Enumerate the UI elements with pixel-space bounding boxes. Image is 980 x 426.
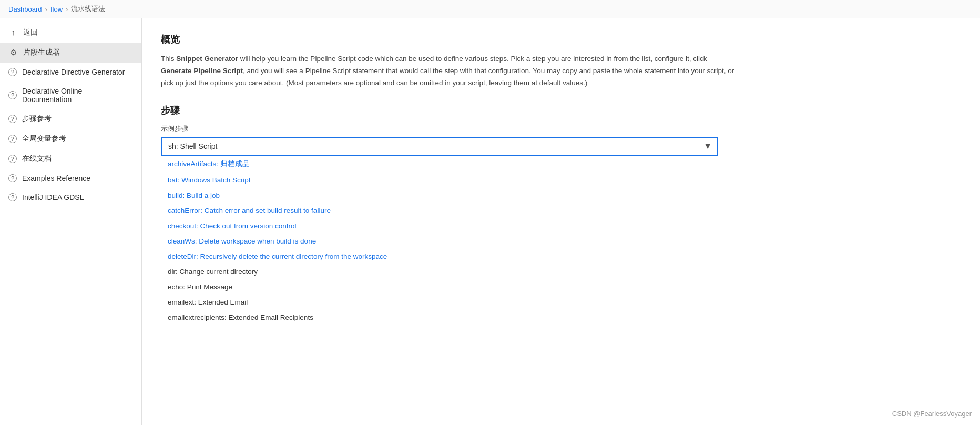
steps-dropdown-list[interactable]: archiveArtifacts: 归档成品bat: Windows Batch… xyxy=(161,156,718,329)
overview-title: 概览 xyxy=(161,33,961,46)
breadcrumb-current: 流水线语法 xyxy=(71,4,105,14)
sidebar-directive-label: Declarative Directive Generator xyxy=(22,68,125,76)
dropdown-item[interactable]: echo: Print Message xyxy=(161,279,718,295)
question-icon-directive: ? xyxy=(8,68,17,76)
sidebar-item-doc[interactable]: ? Declarative Online Documentation xyxy=(0,82,141,109)
sidebar-snippet-label: 片段生成器 xyxy=(23,48,60,57)
dropdown-item[interactable]: dir: Change current directory xyxy=(161,264,718,279)
steps-title: 步骤 xyxy=(161,104,961,117)
dropdown-item[interactable]: archiveArtifacts: 归档成品 xyxy=(161,156,718,173)
sidebar: ↑ 返回 ⚙ 片段生成器 ? Declarative Directive Gen… xyxy=(0,18,142,425)
sidebar-item-examples[interactable]: ? Examples Reference xyxy=(0,169,141,188)
sidebar-item-global-var[interactable]: ? 全局变量参考 xyxy=(0,129,141,149)
breadcrumb-sep-2: › xyxy=(66,5,68,13)
question-icon-steps: ? xyxy=(8,115,17,123)
sidebar-item-steps-ref[interactable]: ? 步骤参考 xyxy=(0,109,141,129)
description-text: This Snippet Generator will help you lea… xyxy=(161,53,739,89)
main-content: 概览 This Snippet Generator will help you … xyxy=(142,18,980,425)
steps-dropdown-container: sh: Shell Script ▼ archiveArtifacts: 归档成… xyxy=(161,137,718,329)
dropdown-item[interactable]: error: Error signal xyxy=(161,325,718,329)
question-icon-online: ? xyxy=(8,155,17,163)
watermark: CSDN @FearlessVoyager xyxy=(892,410,972,418)
dropdown-item[interactable]: cleanWs: Delete workspace when build is … xyxy=(161,234,718,249)
sidebar-doc-label: Declarative Online Documentation xyxy=(22,87,133,104)
sidebar-idea-label: IntelliJ IDEA GDSL xyxy=(22,193,84,201)
dropdown-item[interactable]: deleteDir: Recursively delete the curren… xyxy=(161,249,718,264)
sidebar-item-back[interactable]: ↑ 返回 xyxy=(0,23,141,43)
breadcrumb-sep-1: › xyxy=(45,5,47,13)
question-icon-idea: ? xyxy=(8,193,17,201)
sample-steps-label: 示例步骤 xyxy=(161,124,961,134)
question-icon-examples: ? xyxy=(8,174,17,182)
sidebar-back-label: 返回 xyxy=(23,28,38,37)
sidebar-steps-label: 步骤参考 xyxy=(22,114,52,124)
dropdown-item[interactable]: catchError: Catch error and set build re… xyxy=(161,203,718,218)
sidebar-online-label: 在线文档 xyxy=(22,154,52,164)
breadcrumb: Dashboard › flow › 流水线语法 xyxy=(0,0,980,18)
sidebar-examples-label: Examples Reference xyxy=(22,174,90,182)
breadcrumb-flow[interactable]: flow xyxy=(50,5,63,13)
sidebar-item-directive[interactable]: ? Declarative Directive Generator xyxy=(0,63,141,82)
sidebar-item-snippet[interactable]: ⚙ 片段生成器 xyxy=(0,43,141,63)
sidebar-item-idea[interactable]: ? IntelliJ IDEA GDSL xyxy=(0,188,141,207)
dropdown-item[interactable]: emailextrecipients: Extended Email Recip… xyxy=(161,310,718,325)
question-icon-global: ? xyxy=(8,135,17,143)
arrow-up-icon: ↑ xyxy=(8,28,18,37)
gear-icon: ⚙ xyxy=(8,48,18,57)
dropdown-item[interactable]: emailext: Extended Email xyxy=(161,295,718,310)
dropdown-item[interactable]: bat: Windows Batch Script xyxy=(161,173,718,188)
breadcrumb-dashboard[interactable]: Dashboard xyxy=(8,5,42,13)
sidebar-global-label: 全局变量参考 xyxy=(22,134,66,144)
question-icon-doc: ? xyxy=(8,91,17,99)
dropdown-item[interactable]: checkout: Check out from version control xyxy=(161,218,718,234)
steps-dropdown-selected[interactable]: sh: Shell Script xyxy=(161,137,718,156)
dropdown-item[interactable]: build: Build a job xyxy=(161,188,718,203)
sidebar-item-online-doc[interactable]: ? 在线文档 xyxy=(0,149,141,169)
